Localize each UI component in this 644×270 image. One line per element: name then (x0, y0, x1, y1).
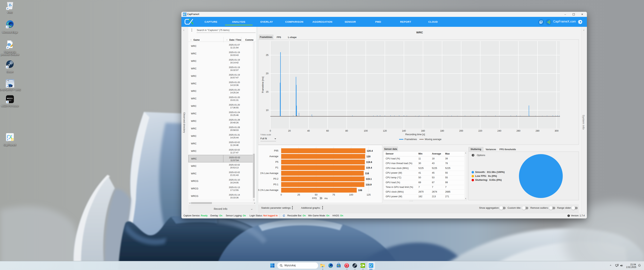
svg-text:220: 220 (478, 129, 482, 132)
svg-text:120.4: 120.4 (367, 150, 373, 152)
svg-text:FPS: FPS (312, 197, 317, 200)
svg-text:125: 125 (366, 193, 371, 196)
svg-text:1% Low Average: 1% Low Average (260, 172, 278, 175)
svg-text:80: 80 (346, 129, 348, 132)
svg-text:P0.2: P0.2 (273, 177, 278, 180)
svg-text:240: 240 (498, 129, 501, 132)
svg-text:40: 40 (307, 129, 310, 132)
svg-text:140: 140 (402, 129, 406, 132)
svg-text:118: 118 (365, 172, 369, 175)
svg-text:120: 120 (366, 155, 370, 158)
svg-text:Recording time [s]: Recording time [s] (405, 133, 425, 136)
svg-text:20: 20 (288, 129, 291, 132)
svg-text:180: 180 (440, 129, 444, 132)
svg-text:260: 260 (516, 129, 520, 132)
svg-text:100: 100 (349, 193, 353, 196)
svg-text:Frametimes: Frametimes (404, 138, 417, 141)
svg-text:WRC: WRC (9, 80, 14, 82)
svg-text:P95: P95 (274, 149, 278, 152)
svg-text:200: 200 (459, 129, 463, 132)
svg-text:20: 20 (266, 72, 268, 75)
svg-text:160: 160 (421, 129, 425, 132)
svg-text:119.1: 119.1 (366, 178, 372, 180)
svg-text:100: 100 (364, 129, 368, 132)
svg-text:P1: P1 (276, 166, 278, 169)
svg-text:Y-Axis scale: Y-Axis scale (260, 133, 271, 136)
svg-text:10: 10 (266, 109, 268, 111)
svg-text:0: 0 (280, 193, 282, 196)
svg-text:P0.1: P0.1 (273, 183, 278, 186)
svg-text:25: 25 (266, 54, 268, 56)
svg-text:ms: ms (324, 197, 328, 200)
svg-text:280: 280 (536, 129, 540, 132)
svg-text:Moving average: Moving average (425, 138, 442, 141)
svg-text:75: 75 (332, 193, 335, 196)
svg-text:60: 60 (326, 129, 329, 132)
svg-text:Frametime [ms]: Frametime [ms] (262, 77, 264, 93)
svg-text:300: 300 (555, 129, 559, 132)
svg-text:0.1% Low Average: 0.1% Low Average (258, 189, 278, 191)
svg-text:50: 50 (315, 193, 318, 196)
svg-text:119.4: 119.4 (366, 166, 372, 169)
svg-text:119.6: 119.6 (366, 161, 372, 164)
svg-text:120: 120 (383, 129, 387, 132)
svg-text:Full fit: Full fit (260, 137, 267, 140)
svg-text:25: 25 (297, 193, 300, 196)
svg-text:P5: P5 (276, 161, 278, 163)
svg-text:108: 108 (358, 189, 362, 192)
svg-text:0: 0 (270, 129, 271, 132)
svg-text:MOZA: MOZA (7, 97, 13, 99)
svg-text:118.9: 118.9 (366, 183, 372, 186)
svg-text:Average: Average (270, 155, 278, 158)
svg-text:15: 15 (266, 91, 268, 93)
